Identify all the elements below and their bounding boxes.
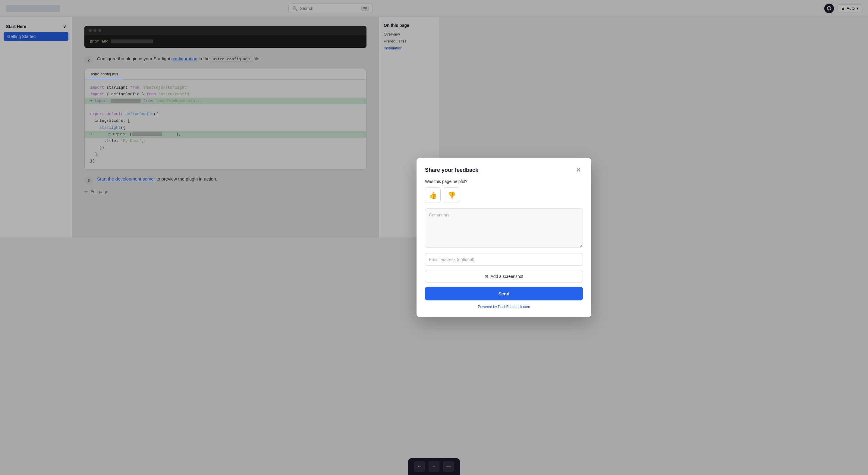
modal-overlay[interactable] <box>0 0 439 238</box>
thumbs-up-icon: 👍 <box>429 191 437 199</box>
modal-title: Share your feedback <box>425 167 439 173</box>
modal-header: Share your feedback ✕ <box>425 166 439 173</box>
thumbs-row: 👍 👎 <box>425 187 439 203</box>
feedback-modal: Share your feedback ✕ Was this page help… <box>416 158 439 238</box>
comments-textarea[interactable] <box>425 209 439 238</box>
helpful-question: Was this page helpful? <box>425 179 439 184</box>
thumbs-up-button[interactable]: 👍 <box>425 187 439 203</box>
